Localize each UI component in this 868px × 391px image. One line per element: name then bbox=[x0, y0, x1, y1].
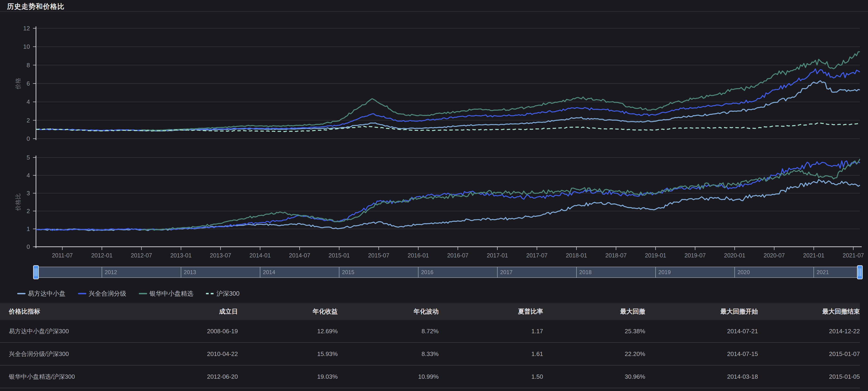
table-cell: 15.93% bbox=[238, 350, 338, 358]
y-axis-label: 4 bbox=[27, 98, 30, 105]
series-line-兴全合润分级/沪深300 bbox=[36, 161, 860, 230]
y-axis-label: 0 bbox=[27, 135, 30, 142]
y-axis-name: 价格比 bbox=[14, 193, 21, 211]
table-cell: 易方达中小盘/沪深300 bbox=[0, 327, 138, 335]
col-header: 年化波动 bbox=[338, 307, 439, 316]
x-axis-label: 2012-07 bbox=[131, 252, 152, 259]
table-cell: 兴全合润分级/沪深300 bbox=[0, 350, 138, 358]
table-cell: 2010-04-22 bbox=[138, 350, 238, 358]
datazoom-year-label: 2013 bbox=[184, 269, 196, 275]
x-axis-label: 2018-07 bbox=[605, 252, 627, 259]
datazoom-year-label: 2017 bbox=[500, 269, 513, 275]
table-cell: 1.17 bbox=[439, 328, 543, 335]
chart-legend: 易方达中小盘 兴全合润分级 银华中小盘精选 沪深300 bbox=[17, 289, 240, 298]
y-axis-label: 5 bbox=[27, 154, 30, 161]
y-axis-label: 10 bbox=[23, 43, 30, 50]
x-axis-label: 2013-07 bbox=[210, 252, 231, 259]
table-cell: 10.99% bbox=[338, 373, 439, 380]
y-axis-label: 4 bbox=[27, 172, 30, 179]
datazoom-year-label: 2019 bbox=[658, 269, 671, 275]
series-line-兴全合润分级 bbox=[36, 69, 860, 131]
x-axis-label: 2014-01 bbox=[249, 252, 271, 259]
y-axis-label: 0 bbox=[27, 243, 30, 250]
metrics-table-header: 价格比指标 成立日 年化收益 年化波动 夏普比率 最大回撤 最大回撤开始 最大回… bbox=[0, 303, 860, 320]
table-cell: 2015-01-07 bbox=[758, 350, 860, 358]
series-line-易方达中小盘 bbox=[36, 81, 860, 131]
table-cell: 30.96% bbox=[543, 373, 645, 380]
line-swatch-icon bbox=[78, 293, 86, 294]
table-cell: 2014-03-18 bbox=[645, 373, 758, 380]
series-line-银华中小盘精选 bbox=[141, 52, 860, 130]
table-cell: 12.69% bbox=[238, 328, 338, 335]
datazoom-track[interactable] bbox=[36, 267, 860, 278]
table-cell: 2015-01-05 bbox=[758, 373, 860, 380]
table-row: 兴全合润分级/沪深300 2010-04-22 15.93% 8.33% 1.6… bbox=[0, 343, 860, 365]
datazoom-right-handle[interactable] bbox=[857, 265, 862, 279]
y-axis-label: 8 bbox=[27, 62, 30, 69]
col-header: 成立日 bbox=[138, 307, 238, 316]
y-axis-label: 6 bbox=[27, 80, 30, 87]
x-axis-label: 2021-01 bbox=[803, 252, 825, 259]
legend-item-efunds[interactable]: 易方达中小盘 bbox=[17, 289, 65, 298]
table-row: 银华中小盘精选/沪深300 2012-06-20 19.03% 10.99% 1… bbox=[0, 365, 860, 388]
x-axis-label: 2021-07 bbox=[843, 252, 864, 259]
col-header: 年化收益 bbox=[238, 307, 338, 316]
table-cell: 8.33% bbox=[338, 350, 439, 358]
x-axis-label: 2016-01 bbox=[407, 252, 429, 259]
col-header: 价格比指标 bbox=[0, 307, 138, 316]
legend-item-label: 沪深300 bbox=[217, 289, 240, 298]
legend-item-yinhua[interactable]: 银华中小盘精选 bbox=[139, 289, 193, 298]
table-cell: 2012-06-20 bbox=[138, 373, 238, 380]
datazoom-left-handle[interactable] bbox=[33, 265, 38, 279]
x-axis-label: 2012-01 bbox=[91, 252, 113, 259]
x-axis-label: 2020-07 bbox=[764, 252, 785, 259]
y-axis-label: 12 bbox=[23, 25, 30, 32]
x-axis-label: 2011-07 bbox=[52, 252, 73, 259]
datazoom-year-label: 2020 bbox=[737, 269, 750, 275]
table-cell: 22.20% bbox=[543, 350, 645, 358]
x-axis-label: 2013-01 bbox=[170, 252, 192, 259]
x-axis-label: 2014-07 bbox=[289, 252, 310, 259]
table-cell: 8.72% bbox=[338, 328, 439, 335]
table-cell: 银华中小盘精选/沪深300 bbox=[0, 373, 138, 381]
datazoom-year-label: 2021 bbox=[816, 269, 829, 275]
legend-item-label: 易方达中小盘 bbox=[28, 289, 65, 298]
datazoom-year-label: 2016 bbox=[421, 269, 433, 275]
x-axis-label: 2017-01 bbox=[487, 252, 508, 259]
table-cell: 2014-07-21 bbox=[645, 328, 758, 335]
datazoom-year-label: 2015 bbox=[342, 269, 354, 275]
price-ratio-metrics-table: 价格比指标 成立日 年化收益 年化波动 夏普比率 最大回撤 最大回撤开始 最大回… bbox=[0, 303, 860, 388]
table-cell: 1.50 bbox=[439, 373, 543, 380]
legend-item-label: 兴全合润分级 bbox=[89, 289, 126, 298]
x-axis-label: 2020-01 bbox=[724, 252, 745, 259]
legend-item-xingquan[interactable]: 兴全合润分级 bbox=[78, 289, 126, 298]
line-swatch-icon bbox=[139, 293, 147, 294]
table-cell: 2008-06-19 bbox=[138, 328, 238, 335]
line-swatch-icon bbox=[17, 293, 26, 294]
price-and-ratio-chart[interactable]: 024681012价格012345价格比2011-072012-012012-0… bbox=[0, 0, 868, 289]
x-axis-label: 2019-07 bbox=[684, 252, 706, 259]
table-cell: 19.03% bbox=[238, 373, 338, 380]
x-axis-label: 2018-01 bbox=[566, 252, 587, 259]
series-line-银华中小盘精选/沪深300 bbox=[141, 159, 860, 230]
table-cell: 25.38% bbox=[543, 328, 645, 335]
col-header: 夏普比率 bbox=[439, 307, 543, 316]
y-axis-label: 2 bbox=[27, 117, 30, 124]
x-axis-label: 2019-01 bbox=[645, 252, 666, 259]
legend-item-hs300[interactable]: 沪深300 bbox=[206, 289, 240, 298]
y-axis-label: 2 bbox=[27, 207, 30, 215]
datazoom-year-label: 2012 bbox=[105, 269, 117, 275]
x-axis-label: 2015-01 bbox=[329, 252, 350, 259]
y-axis-name: 价格 bbox=[14, 78, 21, 90]
x-axis-label: 2017-07 bbox=[526, 252, 548, 259]
table-cell: 2014-12-22 bbox=[758, 328, 860, 335]
fund-comparison-page: 历史走势和价格比 024681012价格012345价格比2011-072012… bbox=[0, 0, 868, 391]
y-axis-label: 3 bbox=[27, 190, 30, 197]
dashed-line-swatch-icon bbox=[206, 293, 214, 294]
table-cell: 2014-07-15 bbox=[645, 350, 758, 358]
table-cell: 1.61 bbox=[439, 350, 543, 358]
x-axis-label: 2016-07 bbox=[447, 252, 469, 259]
legend-item-label: 银华中小盘精选 bbox=[150, 289, 193, 298]
col-header: 最大回撤结束 bbox=[758, 307, 860, 316]
datazoom-year-label: 2018 bbox=[579, 269, 592, 275]
